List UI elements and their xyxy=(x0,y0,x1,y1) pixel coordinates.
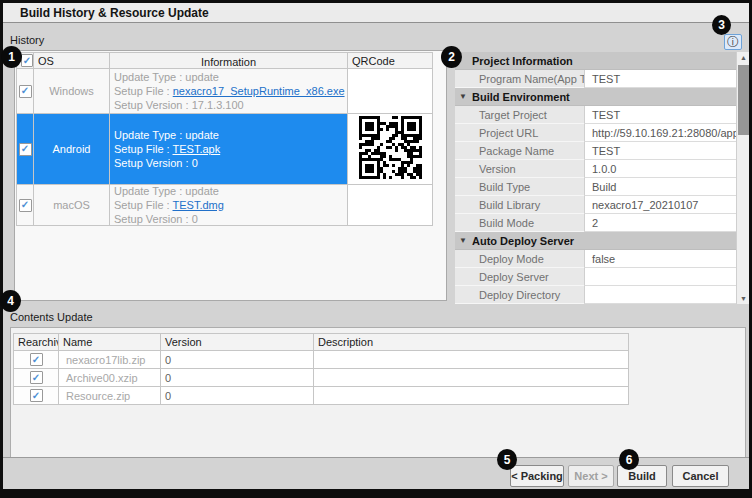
history-info-line: Setup Version : 0 xyxy=(114,212,343,226)
history-information-cell: Update Type : updateSetup File : TEST.ap… xyxy=(110,114,348,185)
callout-badge-4: 4 xyxy=(0,290,21,312)
property-label: Deploy Server xyxy=(472,268,584,286)
callout-badge-1: 1 xyxy=(1,46,22,68)
property-label: Build Mode xyxy=(472,214,584,232)
history-os-cell: Android xyxy=(34,114,110,185)
history-row-checkbox[interactable]: ✓ xyxy=(19,199,32,212)
contents-row[interactable]: ✓Archive00.xzip0 xyxy=(13,369,629,387)
history-row-checkbox[interactable]: ✓ xyxy=(19,143,32,156)
history-column-header: OS xyxy=(34,52,110,69)
scroll-up-arrow-icon[interactable]: ▲ xyxy=(737,52,749,63)
setup-file-link[interactable]: TEST.apk xyxy=(173,143,221,155)
description-cell xyxy=(314,351,629,369)
property-group-auto-deploy-server[interactable]: ▼Auto Deploy Server xyxy=(455,232,736,250)
history-select-all-checkbox[interactable]: ✓ xyxy=(21,54,33,67)
version-cell: 0 xyxy=(161,387,314,405)
setup-file-link[interactable]: nexacro17_SetupRuntime_x86.exe xyxy=(173,85,345,97)
property-value[interactable]: TEST xyxy=(584,106,736,124)
property-row: Build TypeBuild xyxy=(455,178,736,196)
info-button[interactable]: ⓘ xyxy=(724,34,742,50)
history-header-row: ✓OSInformationQRCode xyxy=(16,52,433,69)
collapse-arrow-icon[interactable]: ▼ xyxy=(459,92,467,101)
history-row-checkbox[interactable]: ✓ xyxy=(19,85,32,98)
cancel-button[interactable]: Cancel xyxy=(672,465,729,487)
property-group-project-information[interactable]: Project Information xyxy=(455,52,736,70)
history-row-windows[interactable]: ✓WindowsUpdate Type : updateSetup File :… xyxy=(16,69,433,114)
rearchive-cell: ✓ xyxy=(13,351,59,369)
property-gutter xyxy=(455,214,472,232)
history-info-text: Setup File : xyxy=(114,199,173,211)
property-group-build-environment[interactable]: ▼Build Environment xyxy=(455,88,736,106)
name-cell: nexacro17lib.zip xyxy=(59,351,161,369)
property-row: Program Name(App Title)TEST xyxy=(455,70,736,88)
property-value[interactable]: 1.0.0 xyxy=(584,160,736,178)
history-info-line: Update Type : update xyxy=(114,128,343,142)
history-checkbox-cell: ✓ xyxy=(16,69,34,114)
property-value[interactable]: Build xyxy=(584,178,736,196)
history-info-text: Setup Version : 17.1.3.100 xyxy=(114,99,244,111)
property-row: Deploy Modefalse xyxy=(455,250,736,268)
info-icon: ⓘ xyxy=(727,36,739,48)
history-information-cell: Update Type : updateSetup File : TEST.dm… xyxy=(110,185,348,226)
rearchive-checkbox[interactable]: ✓ xyxy=(30,353,43,366)
property-value[interactable]: false xyxy=(584,250,736,268)
property-value[interactable]: nexacro17_20210107 xyxy=(584,196,736,214)
property-row: Deploy Directory xyxy=(455,286,736,304)
name-cell: Resource.zip xyxy=(59,387,161,405)
callout-badge-6: 6 xyxy=(619,449,639,470)
contents-row[interactable]: ✓Resource.zip0 xyxy=(13,387,629,405)
property-gutter xyxy=(455,124,472,142)
dialog-titlebar[interactable]: Build History & Resource Update xyxy=(3,3,749,23)
name-cell: Archive00.xzip xyxy=(59,369,161,387)
history-info-text: Setup File : xyxy=(114,85,173,97)
property-group-label: Build Environment xyxy=(455,91,570,103)
history-column-header: Information xyxy=(110,52,348,69)
contents-panel: RearchiveNameVersionDescription✓nexacro1… xyxy=(10,327,746,458)
packing-button[interactable]: < Packing xyxy=(510,465,564,487)
qr-code-image xyxy=(359,116,422,183)
contents-column-header: Version xyxy=(161,333,314,351)
contents-section-label: Contents Update xyxy=(10,311,93,323)
version-cell: 0 xyxy=(161,351,314,369)
history-row-macos[interactable]: ✓macOSUpdate Type : updateSetup File : T… xyxy=(16,185,433,226)
history-row-android[interactable]: ✓AndroidUpdate Type : updateSetup File :… xyxy=(16,114,433,185)
history-info-line: Setup File : TEST.dmg xyxy=(114,198,343,212)
next-button[interactable]: Next > xyxy=(568,465,614,487)
history-info-line: Setup Version : 17.1.3.100 xyxy=(114,98,343,112)
property-group-label: Auto Deploy Server xyxy=(455,235,574,247)
property-gutter xyxy=(455,106,472,124)
scrollbar-thumb[interactable] xyxy=(738,65,749,135)
scroll-down-arrow-icon[interactable]: ▼ xyxy=(737,293,749,304)
history-os-cell: Windows xyxy=(34,69,110,114)
contents-row[interactable]: ✓nexacro17lib.zip0 xyxy=(13,351,629,369)
history-qrcode-cell xyxy=(348,114,433,185)
property-scrollbar[interactable]: ▲ ▼ xyxy=(736,52,749,304)
collapse-arrow-icon[interactable]: ▼ xyxy=(459,236,467,245)
history-info-text: Setup File : xyxy=(114,143,173,155)
contents-column-header: Name xyxy=(59,333,161,351)
history-panel: ✓OSInformationQRCode✓WindowsUpdate Type … xyxy=(14,50,447,301)
callout-badge-2: 2 xyxy=(441,46,462,68)
property-value[interactable] xyxy=(584,286,736,304)
setup-file-link[interactable]: TEST.dmg xyxy=(173,199,224,211)
property-grid: Project InformationProgram Name(App Titl… xyxy=(455,52,736,304)
property-label: Program Name(App Title) xyxy=(472,70,584,88)
property-row: Version1.0.0 xyxy=(455,160,736,178)
version-cell: 0 xyxy=(161,369,314,387)
property-value[interactable]: http://59.10.169.21:28080/appbuil xyxy=(584,124,736,142)
history-info-line: Setup File : TEST.apk xyxy=(114,142,343,156)
history-info-line: Setup File : nexacro17_SetupRuntime_x86.… xyxy=(114,84,343,98)
property-value[interactable]: 2 xyxy=(584,214,736,232)
property-value[interactable]: TEST xyxy=(584,70,736,88)
rearchive-checkbox[interactable]: ✓ xyxy=(30,371,43,384)
history-info-line: Setup Version : 0 xyxy=(114,156,343,170)
property-value[interactable] xyxy=(584,268,736,286)
history-column-header: QRCode xyxy=(348,52,433,69)
dialog-title: Build History & Resource Update xyxy=(3,6,209,20)
property-row: Target ProjectTEST xyxy=(455,106,736,124)
property-value[interactable]: TEST xyxy=(584,142,736,160)
rearchive-checkbox[interactable]: ✓ xyxy=(30,389,43,402)
dialog-inner: Build History & Resource Update History … xyxy=(3,3,749,489)
property-label: Deploy Directory xyxy=(472,286,584,304)
history-info-line: Update Type : update xyxy=(114,185,343,198)
